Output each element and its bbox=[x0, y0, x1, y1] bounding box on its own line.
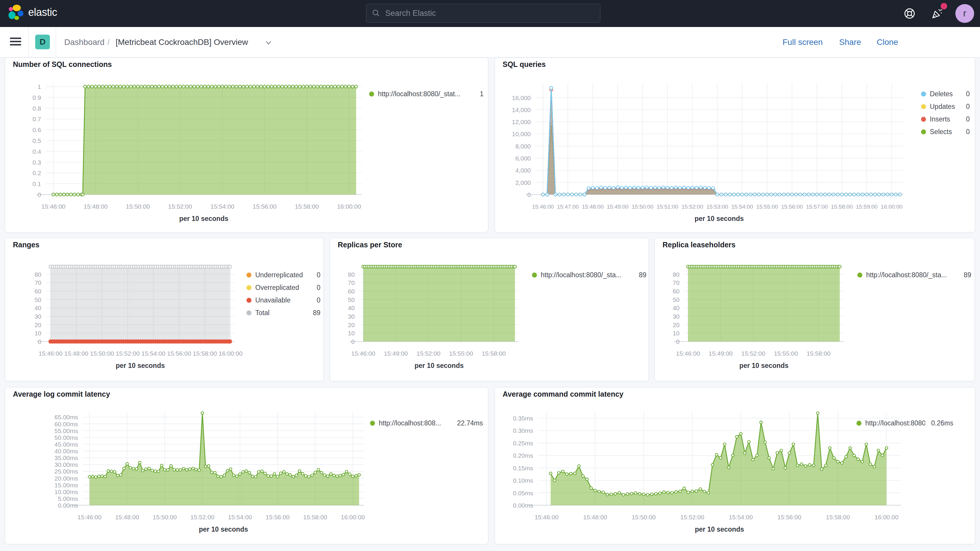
share-button[interactable]: Share bbox=[839, 27, 861, 57]
area-chart[interactable]: 0102030405060708015:46:0015:49:0015:52:0… bbox=[332, 259, 526, 395]
svg-text:20: 20 bbox=[673, 322, 679, 328]
svg-text:25.00ms: 25.00ms bbox=[54, 468, 78, 475]
legend-series-label: Total bbox=[255, 309, 307, 317]
legend-series-label: Deletes bbox=[930, 90, 960, 98]
svg-text:2,000: 2,000 bbox=[515, 179, 531, 186]
svg-text:30.00ms: 30.00ms bbox=[54, 461, 78, 468]
legend-series-value: 89 bbox=[313, 309, 320, 317]
area-chart[interactable]: 02,0004,0006,0008,00010,00012,00014,0001… bbox=[498, 80, 909, 228]
svg-text:15:46:00: 15:46:00 bbox=[78, 514, 102, 521]
svg-text:15:50:00: 15:50:00 bbox=[90, 350, 114, 357]
area-chart[interactable]: 0102030405060708015:46:0015:49:0015:52:0… bbox=[657, 259, 851, 395]
svg-text:6,000: 6,000 bbox=[515, 155, 531, 162]
x-axis-title: per 10 seconds bbox=[199, 526, 248, 533]
legend-item[interactable]: Selects0 bbox=[921, 126, 970, 138]
series-http-localhost-808- bbox=[88, 412, 361, 505]
svg-text:15:56:00: 15:56:00 bbox=[777, 514, 801, 521]
help-lifebuoy-icon[interactable] bbox=[903, 7, 916, 20]
area-chart[interactable]: 0102030405060708015:46:0015:48:0015:50:0… bbox=[7, 259, 242, 395]
legend-item[interactable]: Overreplicated0 bbox=[247, 281, 320, 294]
svg-text:10: 10 bbox=[35, 330, 41, 336]
legend-item[interactable]: Total89 bbox=[247, 307, 320, 319]
avatar-letter: r bbox=[963, 8, 966, 19]
legend-item[interactable]: Underreplicated0 bbox=[247, 269, 320, 281]
panel-sql-connections: Number of SQL connections 00.10.20.30.40… bbox=[5, 57, 488, 233]
y-axis-labels: 0.00ms5.00ms10.00ms15.00ms20.00ms25.00ms… bbox=[54, 414, 78, 509]
legend-item[interactable]: http://localhost:808...22.74ms bbox=[370, 417, 483, 430]
svg-text:30: 30 bbox=[35, 313, 41, 320]
toolbar-divider bbox=[28, 27, 29, 57]
legend-series-dot bbox=[856, 421, 861, 426]
global-search[interactable] bbox=[366, 4, 600, 22]
svg-text:0.25ms: 0.25ms bbox=[513, 440, 533, 447]
elastic-logo-icon bbox=[8, 4, 24, 21]
svg-text:15:52:00: 15:52:00 bbox=[416, 350, 441, 357]
series-unavailable bbox=[49, 340, 232, 343]
series-http-localhost-8080-sta- bbox=[687, 265, 841, 341]
svg-text:20: 20 bbox=[348, 322, 355, 328]
svg-text:15:56:00: 15:56:00 bbox=[781, 204, 803, 210]
legend-item[interactable]: http://localhost:8080/_sta...89 bbox=[858, 269, 971, 281]
legend-series-dot bbox=[247, 298, 251, 303]
panel-title[interactable]: Replicas per Store bbox=[338, 240, 402, 249]
series-total bbox=[49, 265, 232, 341]
svg-text:15.00ms: 15.00ms bbox=[54, 482, 78, 489]
series-updates bbox=[541, 88, 901, 196]
hamburger-menu-icon[interactable] bbox=[10, 36, 22, 48]
user-avatar[interactable]: r bbox=[955, 4, 974, 23]
legend-series-label: Overreplicated bbox=[255, 284, 310, 291]
legend-series-dot bbox=[247, 272, 251, 277]
full-screen-button[interactable]: Full screen bbox=[783, 27, 823, 57]
svg-text:16,000: 16,000 bbox=[512, 94, 531, 101]
chevron-down-icon[interactable] bbox=[265, 39, 272, 46]
panel-title[interactable]: Replica leaseholders bbox=[662, 240, 736, 249]
panel-title[interactable]: SQL queries bbox=[503, 60, 546, 68]
svg-text:15:48:00: 15:48:00 bbox=[64, 350, 88, 357]
party-popper-icon[interactable] bbox=[931, 7, 943, 20]
svg-text:0: 0 bbox=[38, 191, 41, 198]
legend-series-value: 0 bbox=[317, 296, 320, 304]
elastic-logo[interactable]: elastic bbox=[8, 4, 57, 21]
panel-title[interactable]: Average log commit latency bbox=[13, 390, 110, 398]
svg-text:45.00ms: 45.00ms bbox=[54, 441, 78, 448]
legend-series-value: 0 bbox=[966, 128, 970, 136]
panel-avg-command-commit-latency: Average command commit latency 0.00ms0.0… bbox=[495, 387, 975, 544]
panel-title[interactable]: Ranges bbox=[13, 240, 39, 249]
legend-item[interactable]: http://localhost:8080/_sta...89 bbox=[532, 269, 646, 281]
svg-text:14,000: 14,000 bbox=[512, 107, 531, 113]
area-chart[interactable]: 00.10.20.30.40.50.60.70.80.9115:46:0015:… bbox=[8, 80, 369, 228]
svg-text:15:48:00: 15:48:00 bbox=[115, 514, 139, 521]
legend-item[interactable]: Deletes0 bbox=[921, 88, 970, 100]
svg-text:15:48:00: 15:48:00 bbox=[582, 204, 603, 210]
svg-text:15:49:00: 15:49:00 bbox=[384, 350, 408, 357]
area-chart[interactable]: 0.00ms0.05ms0.10ms0.15ms0.20ms0.25ms0.30… bbox=[497, 406, 907, 546]
breadcrumb-dashboard[interactable]: Dashboard bbox=[64, 27, 105, 57]
svg-text:0.5: 0.5 bbox=[33, 137, 41, 144]
svg-text:0.4: 0.4 bbox=[33, 148, 41, 155]
legend-item[interactable]: http://localhost:8080...0.26ms bbox=[856, 417, 953, 430]
svg-text:15:54:00: 15:54:00 bbox=[210, 203, 234, 210]
legend-item[interactable]: http://localhost:8080/_stat...1 bbox=[369, 88, 484, 100]
svg-text:15:46:00: 15:46:00 bbox=[676, 350, 700, 357]
svg-text:16:00:00: 16:00:00 bbox=[881, 204, 902, 210]
series-deletes bbox=[541, 86, 901, 196]
svg-text:40: 40 bbox=[348, 304, 355, 311]
legend-item[interactable]: Inserts0 bbox=[921, 113, 970, 126]
svg-text:50.00ms: 50.00ms bbox=[54, 434, 78, 441]
area-chart[interactable]: 0.00ms5.00ms10.00ms15.00ms20.00ms25.00ms… bbox=[7, 406, 372, 546]
search-icon bbox=[372, 9, 380, 18]
panel-title[interactable]: Average command commit latency bbox=[503, 390, 624, 398]
svg-text:16:00:00: 16:00:00 bbox=[874, 514, 899, 521]
svg-text:70: 70 bbox=[35, 279, 41, 286]
search-input[interactable] bbox=[385, 8, 595, 18]
legend-series-dot bbox=[921, 117, 926, 122]
dashboard-grid: Number of SQL connections 00.10.20.30.40… bbox=[0, 57, 980, 551]
x-axis-title: per 10 seconds bbox=[740, 362, 788, 369]
panel-title[interactable]: Number of SQL connections bbox=[13, 60, 112, 68]
legend-item[interactable]: Unavailable0 bbox=[247, 294, 320, 307]
svg-text:15:46:00: 15:46:00 bbox=[41, 203, 65, 210]
svg-text:15:52:00: 15:52:00 bbox=[682, 204, 703, 210]
clone-button[interactable]: Clone bbox=[877, 27, 898, 57]
legend-item[interactable]: Updates0 bbox=[921, 100, 970, 113]
legend-series-label: http://localhost:8080/_stat... bbox=[378, 90, 474, 98]
